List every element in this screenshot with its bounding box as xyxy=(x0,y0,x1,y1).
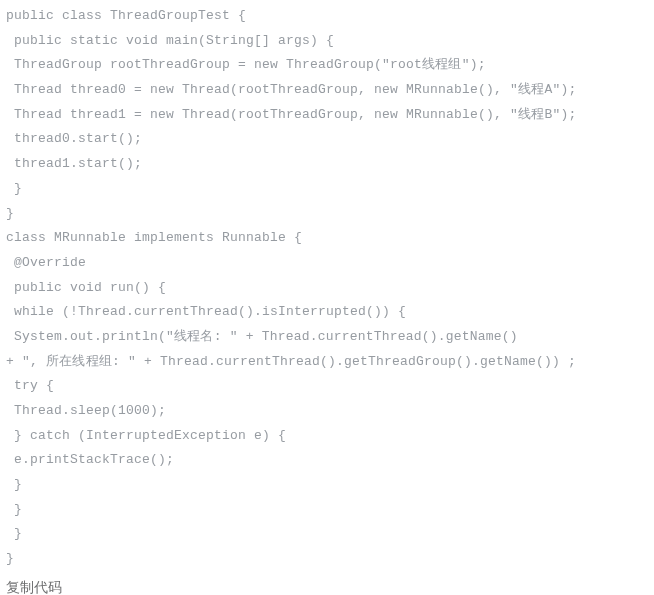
code-line: public static void main(String[] args) { xyxy=(6,33,334,48)
code-line: while (!Thread.currentThread().isInterru… xyxy=(6,304,406,319)
code-line: Thread thread0 = new Thread(rootThreadGr… xyxy=(6,82,577,97)
code-line: e.printStackTrace(); xyxy=(6,452,174,467)
code-line: Thread thread1 = new Thread(rootThreadGr… xyxy=(6,107,577,122)
code-line: } xyxy=(6,477,22,492)
code-line: + ", 所在线程组: " + Thread.currentThread().g… xyxy=(6,354,576,369)
code-line: } xyxy=(6,526,22,541)
code-line: } xyxy=(6,206,14,221)
code-block: public class ThreadGroupTest { public st… xyxy=(6,4,648,572)
code-line: } catch (InterruptedException e) { xyxy=(6,428,286,443)
code-line: try { xyxy=(6,378,54,393)
code-line: public void run() { xyxy=(6,280,166,295)
copy-code-button[interactable]: 复制代码 xyxy=(6,574,648,595)
code-line: thread0.start(); xyxy=(6,131,142,146)
code-line: class MRunnable implements Runnable { xyxy=(6,230,302,245)
code-line: System.out.println("线程名: " + Thread.curr… xyxy=(6,329,518,344)
code-line: thread1.start(); xyxy=(6,156,142,171)
code-line: } xyxy=(6,551,14,566)
code-line: ThreadGroup rootThreadGroup = new Thread… xyxy=(6,57,486,72)
code-line: @Override xyxy=(6,255,86,270)
code-line: Thread.sleep(1000); xyxy=(6,403,166,418)
code-line: } xyxy=(6,181,22,196)
code-line: public class ThreadGroupTest { xyxy=(6,8,246,23)
code-line: } xyxy=(6,502,22,517)
